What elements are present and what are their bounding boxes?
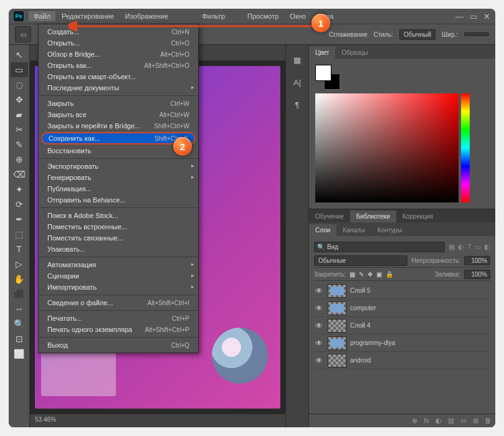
visibility-icon[interactable]: 👁 [314,321,324,330]
tool-18[interactable]: 🔍 [11,316,28,331]
tool-3[interactable]: ✥ [11,92,28,107]
menu-item[interactable]: Последние документы [39,82,198,93]
tab-channels[interactable]: Каналы [336,224,371,236]
menu-item[interactable]: ЗакрытьCtrl+W [39,98,198,109]
menu-item[interactable]: Поместить связанные... [39,232,198,244]
tab-color[interactable]: Цвет [309,47,335,59]
tab-layers[interactable]: Слои [309,224,336,236]
layer-item[interactable]: 👁 programmy-dlya [314,334,490,352]
tab-adjustments[interactable]: Коррекция [396,211,439,222]
layer-footer-icon-5[interactable]: ⊞ [473,417,478,425]
layer-item[interactable]: 👁 Слой 4 [314,317,490,334]
menu-item[interactable]: Закрыть и перейти в Bridge...Shift+Ctrl+… [39,120,198,131]
tool-14[interactable]: ▷ [11,257,28,272]
maximize-icon[interactable]: ▭ [470,12,477,21]
menu-item[interactable]: Генерировать [39,172,198,183]
menu-4[interactable] [186,15,196,17]
tab-paths[interactable]: Контуры [371,224,408,236]
layer-thumbnail[interactable] [328,336,346,350]
foreground-color[interactable] [315,65,331,81]
layer-thumbnail[interactable] [328,354,346,367]
dock-icon-1[interactable]: A| [288,73,306,91]
menu-item[interactable]: Поместить встроенные... [39,221,198,232]
tool-17[interactable]: ↔ [11,301,28,316]
layer-name[interactable]: programmy-dlya [350,339,490,346]
blend-mode-dropdown[interactable]: Обычные [314,255,407,266]
visibility-icon[interactable]: 👁 [314,287,324,295]
lock-pixel-icon[interactable]: ✎ [359,271,364,278]
tool-1[interactable]: ▭ [11,62,28,77]
tool-9[interactable]: ✦ [11,182,28,197]
layer-name[interactable]: android [350,357,490,364]
visibility-icon[interactable]: 👁 [314,304,324,313]
menu-item[interactable]: ВыходCtrl+Q [39,339,198,351]
filter-smart-icon[interactable]: ◧ [484,243,490,251]
foreground-background-swatch[interactable] [315,65,340,90]
layer-footer-icon-4[interactable]: ▭ [460,417,467,425]
menu-item[interactable]: Сведения о файле...Alt+Shift+Ctrl+I [39,297,198,308]
menu-3[interactable] [174,15,184,17]
tool-10[interactable]: ⟳ [11,197,28,212]
menu-filter[interactable]: Фильтр [197,11,230,21]
menu-file[interactable]: Файл [29,11,55,21]
menu-item[interactable]: Публикация... [39,183,198,194]
layer-filter-icons[interactable]: ▦ ◐ T ▭ ◧ [449,243,490,251]
lock-icon[interactable]: 🔒 [386,271,393,278]
current-tool-icon[interactable]: ▭ [15,26,31,42]
tool-19[interactable]: ⊡ [11,331,28,346]
visibility-icon[interactable]: 👁 [314,339,324,348]
lock-artboard-icon[interactable]: ▣ [376,271,382,278]
close-icon[interactable]: ✕ [483,12,490,21]
menu-item[interactable]: Обзор в Bridge...Alt+Ctrl+O [39,49,198,60]
menu-window[interactable]: Окно [285,11,311,21]
menu-item[interactable]: Упаковать... [39,244,198,255]
dock-icon-0[interactable]: ▦ [288,51,306,69]
layer-footer-icon-2[interactable]: ◐ [435,417,442,425]
layer-name[interactable]: Слой 5 [350,287,490,294]
menu-item[interactable]: Экспортировать [39,161,198,172]
layer-name[interactable]: Слой 4 [350,322,490,329]
visibility-icon[interactable]: 👁 [314,356,324,365]
tool-0[interactable]: ↖ [11,47,28,62]
lock-all-icon[interactable]: ▦ [349,271,355,278]
menu-item[interactable]: Сценарии [39,270,198,282]
style-dropdown[interactable]: Обычный [399,29,435,40]
layer-item[interactable]: 👁 android [314,352,490,369]
tab-learn[interactable]: Обучение [309,211,350,222]
layer-thumbnail[interactable] [328,284,346,298]
width-input[interactable] [464,32,489,36]
layer-item[interactable]: 👁 Слой 5 [314,282,490,300]
tool-4[interactable]: ▰ [11,107,28,122]
tool-2[interactable]: ◌ [11,77,28,92]
hue-slider[interactable] [461,93,470,202]
filter-type-icon[interactable]: T [467,243,472,251]
tab-swatches[interactable]: Образцы [335,47,374,59]
filter-pixel-icon[interactable]: ▦ [449,243,455,251]
tool-12[interactable]: ⬚ [11,227,28,242]
layer-name[interactable]: computer [350,305,490,311]
menu-item[interactable]: Поиск в Adobe Stock... [39,210,198,221]
tool-6[interactable]: ✎ [11,137,28,152]
lock-position-icon[interactable]: ✥ [368,271,373,278]
layer-search[interactable]: 🔍 Вид [314,242,445,252]
menu-item[interactable]: Открыть как смарт-объект... [39,71,198,82]
menu-item[interactable]: Открыть как...Alt+Shift+Ctrl+O [39,60,198,71]
layer-thumbnail[interactable] [328,319,346,333]
tool-15[interactable]: ✋ [11,272,28,287]
tool-16[interactable]: ⬛ [11,287,28,301]
layer-footer-icon-6[interactable]: 🗑 [485,417,492,425]
layer-footer-icon-3[interactable]: ▥ [448,417,454,425]
minimize-icon[interactable]: — [455,12,464,21]
tool-20[interactable]: ⬜ [11,346,28,361]
opacity-input[interactable]: 100% [464,256,490,265]
menu-6[interactable] [231,15,241,17]
menu-item[interactable]: Открыть...Ctrl+O [39,37,198,49]
menu-view[interactable]: Просмотр [242,11,283,21]
dock-icon-2[interactable]: ¶ [288,96,306,113]
layer-thumbnail[interactable] [328,301,346,315]
menu-item[interactable]: Сохранить как...Shift+Ctrl+S [41,132,196,145]
menu-item[interactable]: Печать одного экземпляраAlt+Shift+Ctrl+P [39,324,198,335]
menu-item[interactable]: Отправить на Behance... [39,194,198,206]
tool-11[interactable]: ✒ [11,212,28,227]
filter-shape-icon[interactable]: ▭ [475,243,481,251]
